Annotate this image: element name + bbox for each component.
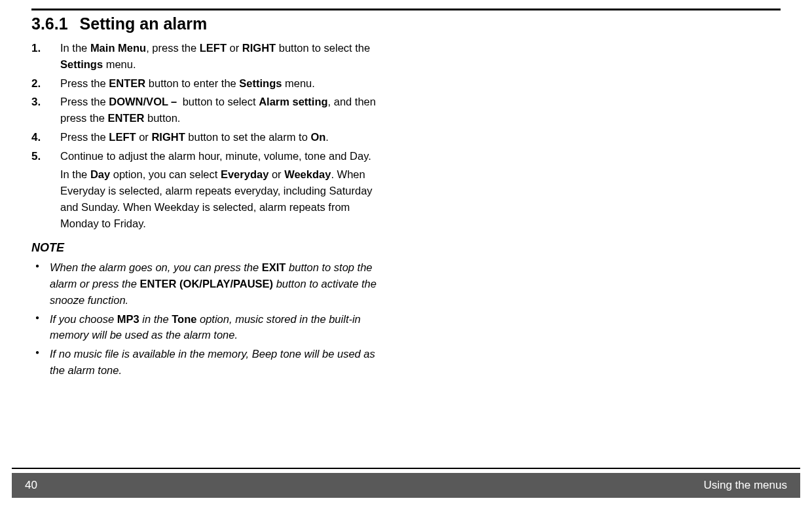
section-number: 3.6.1: [31, 14, 68, 33]
step-item: 3.Press the DOWN/VOL－ button to select A…: [31, 94, 385, 126]
section-title: Setting an alarm: [80, 14, 208, 33]
step-item: 4.Press the LEFT or RIGHT button to set …: [31, 129, 385, 145]
steps-list: 1.In the Main Menu, press the LEFT or RI…: [31, 40, 385, 231]
step-text: Continue to adjust the alarm hour, minut…: [60, 150, 371, 162]
step-number: 4.: [31, 129, 41, 146]
notes-list: When the alarm goes on, you can press th…: [31, 259, 385, 378]
step-item: 1.In the Main Menu, press the LEFT or RI…: [31, 40, 385, 73]
step-item: 2.Press the ENTER button to enter the Se…: [31, 75, 385, 92]
step-number: 1.: [31, 40, 41, 57]
page-footer: 40 Using the menus: [12, 468, 800, 498]
note-item: When the alarm goes on, you can press th…: [31, 259, 385, 308]
step-item: 5.Continue to adjust the alarm hour, min…: [31, 148, 385, 232]
step-number: 2.: [31, 75, 41, 92]
step-number: 5.: [31, 148, 41, 165]
section-heading: 3.6.1Setting an alarm: [31, 14, 781, 33]
page-number: 40: [25, 479, 37, 492]
step-text: In the Main Menu, press the LEFT or RIGH…: [60, 42, 370, 70]
note-label: NOTE: [31, 239, 385, 257]
note-item: If you choose MP3 in the Tone option, mu…: [31, 311, 385, 344]
note-item: If no music file is available in the mem…: [31, 346, 385, 379]
step-number: 3.: [31, 94, 41, 111]
step-text: Press the DOWN/VOL－ button to select Ala…: [60, 96, 376, 124]
top-rule: [31, 9, 781, 10]
footer-section-title: Using the menus: [703, 479, 787, 492]
step-extra: In the Day option, you can select Everyd…: [60, 166, 385, 231]
step-text: Press the ENTER button to enter the Sett…: [60, 77, 315, 89]
step-text: Press the LEFT or RIGHT button to set th…: [60, 131, 329, 143]
